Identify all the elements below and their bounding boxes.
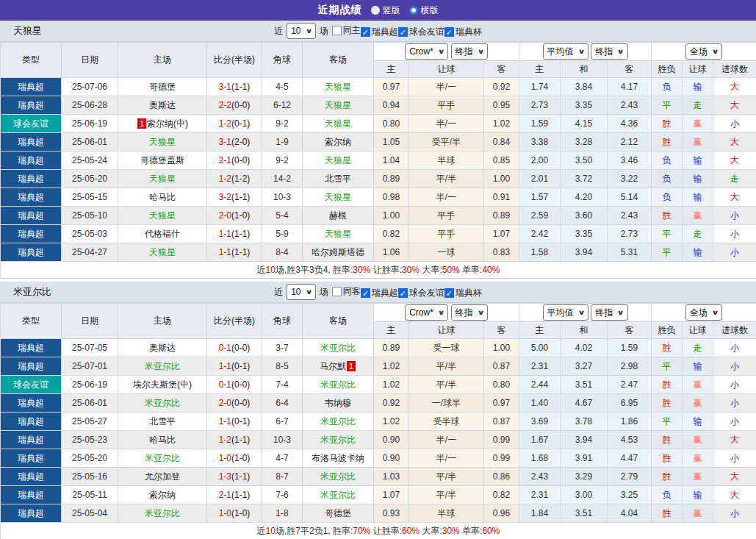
team-link[interactable]: 米亚尔比 bbox=[145, 453, 180, 463]
col-header-corners: 角球 bbox=[262, 43, 303, 78]
layout-vertical-radio[interactable]: 竖版 bbox=[371, 4, 400, 17]
team-link[interactable]: 哈马比 bbox=[149, 435, 176, 445]
match-count-select[interactable]: 10∨ bbox=[287, 23, 316, 39]
team-link[interactable]: 索尔纳 bbox=[149, 490, 176, 500]
euro-odds-cell: 3.84 bbox=[561, 78, 608, 96]
team-link[interactable]: 哥德堡盖斯 bbox=[140, 155, 184, 165]
team-link[interactable]: 奥斯达 bbox=[149, 343, 176, 353]
filter-checkbox-瑞典超[interactable]: ✓瑞典超 bbox=[361, 26, 398, 38]
euro-avg-select[interactable]: 平均值∨ bbox=[543, 304, 588, 321]
winloss-result-cell: 负 bbox=[652, 486, 683, 504]
euro-odds-cell: 4.15 bbox=[561, 115, 608, 133]
team-link[interactable]: 北雪平 bbox=[149, 416, 176, 426]
corners-cell: 4-5 bbox=[262, 78, 303, 96]
team-link[interactable]: 布洛马波卡纳 bbox=[312, 453, 364, 463]
team-link[interactable]: 奥斯达 bbox=[149, 100, 176, 110]
team-link[interactable]: 米亚尔比 bbox=[320, 416, 356, 426]
team-link[interactable]: 埃尔夫斯堡(中) bbox=[133, 379, 192, 390]
team-link[interactable]: 米亚尔比 bbox=[320, 379, 356, 390]
team-link[interactable]: 天狼星 bbox=[325, 82, 351, 92]
euro-odds-cell: 1.67 bbox=[519, 431, 561, 449]
match-count-select[interactable]: 10∨ bbox=[287, 284, 316, 300]
team-link[interactable]: 米亚尔比 bbox=[145, 398, 180, 408]
team-link[interactable]: 米亚尔比 bbox=[145, 508, 180, 518]
results-table: 类型 日期 主场 比分(半场) 角球 客场 Crow*∨ 终指∨ 平均值∨ 终指… bbox=[0, 303, 756, 539]
team-link[interactable]: 韦纳穆 bbox=[325, 398, 351, 408]
team-link[interactable]: 哥德堡 bbox=[325, 508, 351, 518]
asia-bookmaker-select[interactable]: Crow*∨ bbox=[405, 43, 448, 60]
team-link[interactable]: 尤尔加登 bbox=[145, 471, 180, 482]
asia-index-select[interactable]: 终指∨ bbox=[451, 43, 488, 60]
asia-odds-selects: Crow*∨ 终指∨ bbox=[374, 43, 519, 61]
euro-avg-select[interactable]: 平均值∨ bbox=[543, 43, 588, 60]
asia-index-select[interactable]: 终指∨ bbox=[451, 304, 488, 321]
games-label: 场 bbox=[320, 25, 328, 38]
filter-checkbox-同主[interactable]: 同主 bbox=[332, 24, 361, 37]
team-link[interactable]: 1索尔纳(中) bbox=[137, 118, 188, 129]
handicap-result-cell: 走 bbox=[683, 339, 713, 357]
filter-checkbox-同客[interactable]: 同客 bbox=[332, 285, 361, 298]
winloss-result-cell: 平 bbox=[652, 96, 683, 115]
team-link[interactable]: 天狼星 bbox=[325, 118, 351, 129]
scope-select[interactable]: 全场∨ bbox=[685, 304, 722, 321]
filter-checkbox-球会友谊[interactable]: ✓球会友谊 bbox=[398, 26, 444, 38]
halftime-score: (1-1) bbox=[231, 435, 250, 445]
team-link[interactable]: 米亚尔比 bbox=[320, 490, 356, 500]
team-link[interactable]: 哥德堡 bbox=[149, 82, 176, 92]
euro-index-select[interactable]: 终指∨ bbox=[591, 43, 627, 60]
team-link[interactable]: 天狼星 bbox=[149, 210, 176, 221]
away-team-cell: 米亚尔比 bbox=[303, 468, 374, 486]
scope-select[interactable]: 全场∨ bbox=[685, 43, 722, 60]
team-link[interactable]: 北雪平 bbox=[325, 174, 351, 184]
asia-odds-cell: 0.83 bbox=[484, 243, 519, 262]
euro-odds-cell: 1.68 bbox=[519, 449, 561, 468]
winloss-result-cell: 负 bbox=[652, 188, 683, 207]
handicap-result-cell: 赢 bbox=[683, 376, 713, 394]
euro-odds-cell: 3.00 bbox=[561, 486, 608, 504]
team-link[interactable]: 米亚尔比 bbox=[320, 435, 356, 445]
away-team-cell: 米亚尔比 bbox=[303, 376, 374, 394]
team-link[interactable]: 米亚尔比 bbox=[320, 471, 356, 482]
team-link[interactable]: 米亚尔比 bbox=[320, 343, 356, 353]
team-link[interactable]: 代格福什 bbox=[145, 229, 180, 239]
team-link[interactable]: 天狼星 bbox=[325, 155, 351, 165]
filter-checkbox-瑞典杯[interactable]: ✓瑞典杯 bbox=[444, 26, 482, 38]
home-team-cell: 哈马比 bbox=[118, 188, 207, 207]
team-link[interactable]: 哈马比 bbox=[149, 192, 176, 202]
near-label: 近 bbox=[274, 286, 283, 299]
team-link-name: 天狼星 bbox=[325, 82, 351, 92]
euro-odds-cell: 2.31 bbox=[519, 357, 561, 376]
col-header-score: 比分(半场) bbox=[207, 43, 262, 78]
euro-index-select[interactable]: 终指∨ bbox=[591, 304, 627, 321]
team-link[interactable]: 天狼星 bbox=[149, 137, 176, 147]
team-link[interactable]: 哈尔姆斯塔德 bbox=[312, 247, 364, 257]
team-link[interactable]: 赫根 bbox=[329, 210, 347, 221]
filter-checkbox-球会友谊[interactable]: ✓球会友谊 bbox=[398, 287, 444, 299]
euro-odds-cell: 3.91 bbox=[561, 449, 608, 468]
team-link[interactable]: 天狼星 bbox=[149, 174, 176, 184]
team-link[interactable]: 米亚尔比 bbox=[145, 361, 180, 371]
match-date-cell: 25-05-15 bbox=[62, 188, 118, 207]
winloss-result-cell: 胜 bbox=[652, 431, 683, 449]
filter-checkbox-瑞典超[interactable]: ✓瑞典超 bbox=[361, 287, 398, 299]
winloss-result-cell: 胜 bbox=[652, 339, 683, 357]
team-link[interactable]: 天狼星 bbox=[149, 247, 176, 257]
match-row: 球会友谊25-06-191索尔纳(中)1-2(0-1)9-2天狼星0.80半/一… bbox=[1, 115, 756, 133]
col-header-euro-home: 主 bbox=[519, 322, 561, 339]
team-link[interactable]: 天狼星 bbox=[325, 100, 351, 110]
euro-odds-cell: 4.36 bbox=[608, 115, 652, 133]
match-row: 瑞典超25-05-23哈马比1-2(1-1)10-3米亚尔比0.90半/一0.9… bbox=[1, 431, 756, 449]
home-team-cell: 1索尔纳(中) bbox=[118, 115, 207, 133]
euro-odds-cell: 1.84 bbox=[519, 504, 561, 523]
asia-index-value: 终指 bbox=[456, 46, 473, 58]
layout-horizontal-radio[interactable]: 横版 bbox=[409, 4, 439, 17]
euro-odds-cell: 3.35 bbox=[561, 225, 608, 243]
team-link[interactable]: 马尔默1 bbox=[320, 361, 356, 371]
filter-checkbox-瑞典杯[interactable]: ✓瑞典杯 bbox=[444, 287, 482, 299]
team-link-name: 埃尔夫斯堡(中) bbox=[133, 379, 192, 390]
team-link[interactable]: 索尔纳 bbox=[325, 137, 351, 147]
match-date-cell: 25-05-03 bbox=[62, 225, 118, 243]
team-link[interactable]: 天狼星 bbox=[325, 229, 351, 239]
team-link[interactable]: 天狼星 bbox=[325, 192, 351, 202]
asia-bookmaker-select[interactable]: Crow*∨ bbox=[405, 304, 448, 321]
